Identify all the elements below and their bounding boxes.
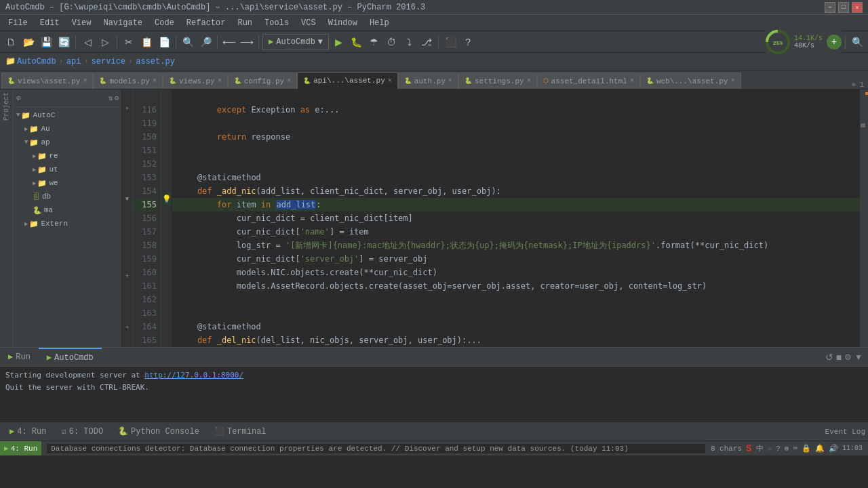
run-tab[interactable]: ▶ Run	[0, 348, 39, 367]
debug-button[interactable]: 🐛	[348, 34, 364, 50]
tab-auth[interactable]: 🐍 auth.py ×	[398, 73, 458, 89]
close-tab-asset-detail[interactable]: ×	[630, 77, 634, 85]
coverage-button[interactable]: ☂	[366, 34, 382, 50]
minimize-panel-button[interactable]: ▼	[854, 352, 863, 363]
fold-marker-160[interactable]: +	[122, 270, 132, 283]
tab-models[interactable]: 🐍 models.py ×	[93, 73, 162, 89]
vcs-button[interactable]: ⎇	[418, 34, 435, 50]
open-button[interactable]: 📂	[20, 34, 37, 50]
new-file-button[interactable]: 🗋	[3, 34, 19, 50]
back-button[interactable]: ◁	[79, 34, 96, 50]
tab-views-asset[interactable]: 🐍 views\asset.py ×	[1, 73, 93, 89]
tab-asset-detail[interactable]: ⬡ asset_detail.html ×	[537, 73, 640, 89]
tree-item-au[interactable]: ▶ 📁 Au	[14, 122, 121, 136]
status-warning[interactable]: Database connections detector: Database …	[47, 444, 705, 453]
tab-todo[interactable]: ☑ 6: TODO	[54, 422, 110, 441]
terminal-button[interactable]: ⬛	[442, 34, 458, 50]
tree-item-re[interactable]: ▶ 📁 re	[14, 149, 121, 163]
tree-item-we[interactable]: ▶ 📁 we	[14, 176, 121, 190]
sidebar-cog-icon[interactable]: ⚙	[16, 94, 21, 102]
gear-icon[interactable]: ⚙	[114, 94, 119, 102]
menu-navigate[interactable]: Navigate	[98, 17, 148, 29]
event-log-link[interactable]: Event Log	[825, 428, 865, 436]
forward-button[interactable]: ▷	[97, 34, 113, 50]
help-icon[interactable]: ?	[776, 445, 781, 453]
minimize-button[interactable]: –	[825, 2, 835, 13]
rerun-button[interactable]: ↺	[825, 352, 833, 363]
close-tab-config[interactable]: ×	[287, 77, 291, 85]
breadcrumb-autocmdb[interactable]: 📁 AutoCmdb	[5, 56, 56, 66]
run-icon: ▶	[8, 352, 13, 362]
breadcrumb-service[interactable]: service	[92, 57, 125, 66]
code-lines[interactable]: except Exception as e:... return respons…	[172, 89, 860, 347]
settings-button[interactable]: ⚙	[844, 352, 852, 363]
find-button[interactable]: 🔎	[197, 34, 214, 50]
close-button[interactable]: ✕	[852, 2, 863, 13]
breadcrumb-file[interactable]: asset.py	[136, 57, 175, 66]
help-button[interactable]: ?	[460, 34, 476, 50]
paste-button[interactable]: 📄	[156, 34, 172, 50]
project-dropdown[interactable]: ▶ AutoCmdb ▼	[262, 34, 329, 50]
breadcrumb-sep1: ›	[59, 57, 64, 66]
menu-tools[interactable]: Tools	[259, 17, 294, 29]
keyboard-icon[interactable]: ⌨	[793, 444, 797, 453]
tree-item-extern[interactable]: ▶ 📁 Extern	[14, 217, 121, 230]
tree-item-ma[interactable]: 🐍 ma	[14, 203, 121, 217]
fold-marker-165[interactable]: +	[122, 321, 132, 334]
search-everywhere-button[interactable]: 🔍	[849, 34, 865, 50]
close-tab-api-asset[interactable]: ×	[388, 77, 392, 85]
menu-window[interactable]: Window	[323, 17, 363, 29]
fold-marker-116[interactable]: +	[122, 102, 132, 115]
lang-indicator[interactable]: 中	[756, 443, 764, 453]
next-edit-button[interactable]: ⟶	[239, 34, 255, 50]
sort-icon[interactable]: ⇅	[108, 94, 113, 102]
prev-edit-button[interactable]: ⟵	[221, 34, 237, 50]
run-button[interactable]: ▶	[330, 34, 347, 50]
step-over-button[interactable]: ⤵	[401, 34, 417, 50]
maximize-button[interactable]: □	[838, 2, 849, 13]
profile-button[interactable]: ⏱	[383, 34, 399, 50]
tree-item-ap[interactable]: ▼ 📁 ap	[14, 136, 121, 149]
autocmdb-run-tab[interactable]: ▶ AutoCmdb	[39, 348, 102, 367]
network-button[interactable]: +	[827, 35, 842, 49]
tree-item-ut[interactable]: ▶ 📁 ut	[14, 163, 121, 176]
close-tab-settings[interactable]: ×	[527, 77, 531, 85]
stop-button[interactable]: ■	[836, 352, 842, 363]
sync-button[interactable]: 🔄	[56, 34, 72, 50]
menu-edit[interactable]: Edit	[35, 17, 65, 29]
cut-button[interactable]: ✂	[121, 34, 137, 50]
search-button[interactable]: 🔍	[180, 34, 196, 50]
menu-view[interactable]: View	[66, 17, 97, 29]
tab-views[interactable]: 🐍 views.py ×	[163, 73, 228, 89]
bulb-155[interactable]: 💡	[161, 192, 172, 205]
sep5	[258, 35, 259, 49]
fold-marker-154[interactable]: ▼	[122, 192, 132, 205]
server-url-link[interactable]: http://127.0.0.1:8000/	[144, 371, 243, 380]
tab-run[interactable]: ▶ 4: Run	[3, 422, 53, 441]
breadcrumb-api[interactable]: api	[66, 57, 81, 66]
menu-file[interactable]: File	[3, 17, 33, 29]
close-tab-views-asset[interactable]: ×	[83, 77, 87, 85]
menu-vcs[interactable]: VCS	[296, 17, 321, 29]
menu-help[interactable]: Help	[364, 17, 395, 29]
tab-python-console[interactable]: 🐍 Python Console	[111, 422, 206, 441]
menu-code[interactable]: Code	[149, 17, 180, 29]
menu-run[interactable]: Run	[232, 17, 258, 29]
menu-refactor[interactable]: Refactor	[181, 17, 231, 29]
config-icon[interactable]: ⊕	[785, 444, 789, 453]
close-tab-web-asset[interactable]: ×	[731, 77, 735, 85]
tree-item-autocmdb[interactable]: ▼ 📁 AutoC	[14, 108, 121, 122]
tab-settings[interactable]: 🐍 settings.py ×	[458, 73, 537, 89]
tab-overflow-button[interactable]: ≡ 1	[852, 81, 864, 89]
tree-item-db[interactable]: 🗄 db	[14, 190, 121, 203]
tab-terminal[interactable]: ⬛ Terminal	[208, 422, 273, 441]
close-tab-models[interactable]: ×	[153, 77, 157, 85]
tab-config[interactable]: 🐍 config.py ×	[228, 73, 297, 89]
copy-button[interactable]: 📋	[138, 34, 155, 50]
project-panel-icon[interactable]: Project	[3, 92, 10, 121]
close-tab-views[interactable]: ×	[218, 77, 222, 85]
save-button[interactable]: 💾	[38, 34, 54, 50]
close-tab-auth[interactable]: ×	[448, 77, 452, 85]
tab-api-asset[interactable]: 🐍 api\...\asset.py ×	[297, 73, 398, 89]
tab-web-asset[interactable]: 🐍 web\...\asset.py ×	[640, 73, 741, 89]
